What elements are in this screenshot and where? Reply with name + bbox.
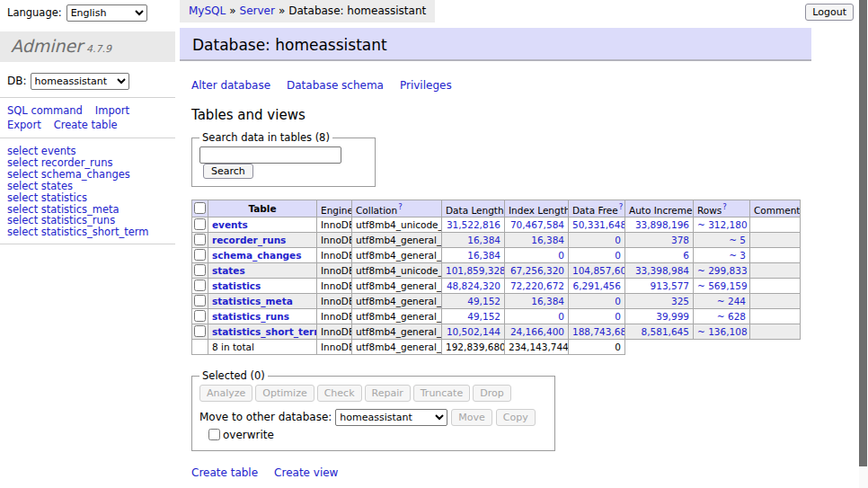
- table-name-link[interactable]: statistics_short_term: [212, 326, 317, 337]
- table-name-link[interactable]: states: [212, 265, 245, 276]
- help-link[interactable]: ?: [619, 202, 624, 211]
- breadcrumb-link[interactable]: Server: [240, 4, 275, 17]
- data-free-link[interactable]: 0: [615, 235, 621, 245]
- logout-button[interactable]: Logout: [805, 4, 854, 21]
- rows-link[interactable]: ~ 3: [729, 250, 746, 261]
- table-name-link[interactable]: recorder_runs: [212, 235, 286, 245]
- db-select[interactable]: homeassistant: [31, 73, 129, 90]
- scrollbar-thumb[interactable]: [859, 0, 867, 466]
- help-link[interactable]: ?: [398, 202, 403, 211]
- selected-action-button[interactable]: Check: [317, 385, 362, 402]
- table-name-link[interactable]: schema_changes: [212, 250, 302, 261]
- auto-increment-link[interactable]: 913,577: [651, 280, 689, 291]
- table-name-link[interactable]: events: [212, 219, 248, 230]
- data-length-link[interactable]: 16,384: [467, 235, 500, 245]
- selected-action-button[interactable]: Truncate: [413, 385, 470, 402]
- total-engine: InnoDB: [317, 340, 352, 355]
- language-select[interactable]: English: [66, 4, 147, 22]
- selected-action-button[interactable]: Optimize: [255, 385, 314, 402]
- index-length-link[interactable]: 24,166,400: [510, 326, 564, 337]
- db-action-links: Alter databaseDatabase schemaPrivileges: [191, 79, 854, 92]
- rows-link[interactable]: ~ 299,833: [697, 265, 748, 276]
- scrollbar-track[interactable]: [859, 0, 868, 488]
- row-checkbox[interactable]: [194, 249, 206, 261]
- index-length-link[interactable]: 72,220,672: [510, 280, 564, 291]
- data-free-link[interactable]: 0: [615, 311, 621, 322]
- table-header-row: Table?Engine?Collation?Data Length?Index…: [192, 200, 801, 217]
- db-action-link[interactable]: Privileges: [400, 79, 452, 92]
- move-db-select[interactable]: homeassistant: [335, 409, 447, 426]
- sidebar-action-link[interactable]: SQL command: [7, 103, 83, 118]
- data-free-link[interactable]: 0: [615, 250, 621, 261]
- data-length-link[interactable]: 16,384: [467, 250, 500, 261]
- data-free-link[interactable]: 0: [615, 296, 621, 306]
- data-length-link[interactable]: 48,824,320: [447, 280, 500, 291]
- db-action-link[interactable]: Database schema: [287, 79, 384, 92]
- index-length-link[interactable]: 0: [558, 311, 564, 322]
- auto-increment-link[interactable]: 39,999: [656, 311, 689, 322]
- index-length-link[interactable]: 70,467,584: [510, 219, 564, 230]
- index-length-link[interactable]: 0: [558, 250, 564, 261]
- auto-increment-link[interactable]: 33,898,196: [635, 219, 689, 230]
- index-length-link[interactable]: 16,384: [531, 296, 564, 306]
- select-all-checkbox[interactable]: [194, 202, 206, 214]
- selected-action-button[interactable]: Repair: [365, 385, 411, 402]
- sidebar-action-link[interactable]: Import: [95, 103, 129, 118]
- data-length-link[interactable]: 49,152: [467, 296, 500, 306]
- data-free-link[interactable]: 6,291,456: [573, 280, 621, 291]
- data-length-link[interactable]: 49,152: [467, 311, 500, 322]
- sidebar-select-link[interactable]: select states: [7, 181, 168, 192]
- sidebar-select-link[interactable]: select recorder_runs: [7, 157, 168, 169]
- row-checkbox[interactable]: [194, 218, 206, 230]
- sidebar-action-link[interactable]: Export: [7, 118, 41, 132]
- selected-action-button[interactable]: Analyze: [199, 385, 252, 402]
- help-link[interactable]: ?: [722, 202, 727, 211]
- table-name-link[interactable]: statistics: [212, 280, 261, 291]
- data-length-link[interactable]: 10,502,144: [447, 326, 500, 337]
- overwrite-checkbox[interactable]: [208, 429, 220, 440]
- auto-increment-link[interactable]: 6: [683, 250, 689, 261]
- search-input[interactable]: [199, 146, 341, 164]
- row-checkbox[interactable]: [194, 310, 206, 322]
- table-name-link[interactable]: statistics_runs: [212, 311, 289, 322]
- index-length-link[interactable]: 67,256,320: [510, 265, 564, 276]
- create-link[interactable]: Create view: [274, 466, 338, 479]
- rows-link[interactable]: ~ 628: [717, 311, 746, 322]
- data-free-link[interactable]: 50,331,648: [572, 219, 625, 230]
- copy-button[interactable]: Copy: [496, 409, 536, 426]
- sidebar-action-link[interactable]: Create table: [54, 118, 118, 132]
- data-free-link[interactable]: 188,743,680: [572, 326, 625, 337]
- row-checkbox[interactable]: [194, 325, 206, 337]
- auto-increment-link[interactable]: 8,581,645: [642, 326, 689, 337]
- auto-increment-link[interactable]: 378: [671, 235, 689, 245]
- rows-link[interactable]: ~ 136,108: [697, 326, 748, 337]
- index-length-link[interactable]: 16,384: [531, 235, 564, 245]
- data-free-link[interactable]: 104,857,600: [572, 265, 625, 276]
- sidebar-divider: [0, 244, 175, 244]
- table-name-link[interactable]: statistics_meta: [212, 296, 293, 306]
- rows-link[interactable]: ~ 312,180: [697, 219, 748, 230]
- rows-link[interactable]: ~ 244: [717, 296, 746, 306]
- move-button[interactable]: Move: [451, 409, 492, 426]
- row-checkbox[interactable]: [194, 279, 206, 291]
- auto-increment-link[interactable]: 325: [671, 296, 689, 306]
- sidebar-select-link[interactable]: select statistics_short_term: [7, 226, 168, 238]
- db-action-link[interactable]: Alter database: [191, 79, 270, 92]
- breadcrumb-link[interactable]: MySQL: [189, 4, 226, 17]
- auto-increment-link[interactable]: 33,398,984: [635, 265, 689, 276]
- data-length-link[interactable]: 101,859,328: [446, 265, 505, 276]
- sidebar-select-link[interactable]: select schema_changes: [7, 169, 168, 181]
- row-checkbox[interactable]: [194, 234, 206, 245]
- rows-link[interactable]: ~ 5: [729, 235, 746, 245]
- row-checkbox[interactable]: [194, 295, 206, 306]
- comment-cell: [750, 233, 801, 248]
- create-link[interactable]: Create table: [191, 466, 258, 479]
- search-button[interactable]: Search: [203, 164, 253, 179]
- row-checkbox[interactable]: [194, 264, 206, 276]
- selected-action-button[interactable]: Drop: [473, 385, 510, 402]
- data-length-link[interactable]: 31,522,816: [447, 219, 500, 230]
- sidebar-select-link[interactable]: select statistics: [7, 192, 168, 204]
- sidebar-select-link[interactable]: select events: [7, 146, 168, 157]
- sidebar-table-links: select eventsselect recorder_runsselect …: [7, 146, 168, 238]
- rows-link[interactable]: ~ 569,159: [697, 280, 748, 291]
